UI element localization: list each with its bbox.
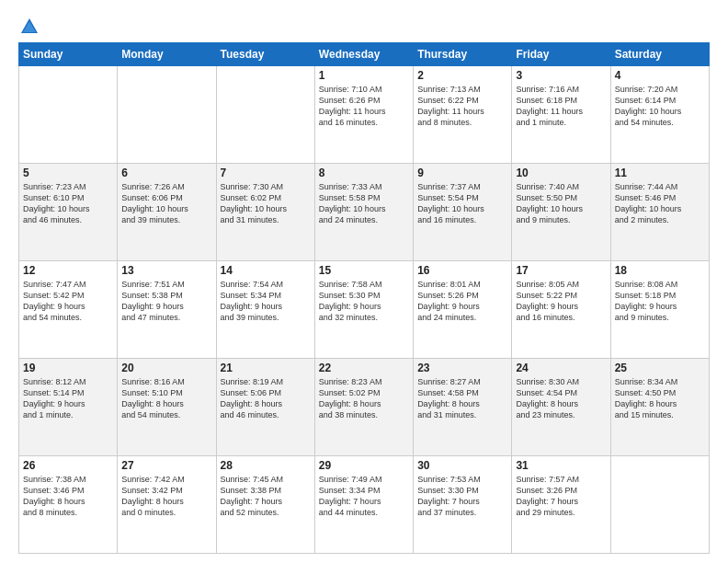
day-number: 26 xyxy=(23,459,113,472)
day-number: 18 xyxy=(615,264,705,277)
day-cell: 5Sunrise: 7:23 AM Sunset: 6:10 PM Daylig… xyxy=(19,164,118,261)
day-number: 3 xyxy=(516,69,606,82)
day-info: Sunrise: 8:23 AM Sunset: 5:02 PM Dayligh… xyxy=(319,376,409,421)
day-number: 7 xyxy=(221,167,311,179)
day-number: 1 xyxy=(319,69,409,82)
day-number: 20 xyxy=(121,362,211,374)
day-cell: 20Sunrise: 8:16 AM Sunset: 5:10 PM Dayli… xyxy=(118,359,216,456)
day-info: Sunrise: 8:12 AM Sunset: 5:14 PM Dayligh… xyxy=(23,376,113,421)
header-cell-wednesday: Wednesday xyxy=(314,43,413,66)
day-cell: 16Sunrise: 8:01 AM Sunset: 5:26 PM Dayli… xyxy=(414,261,512,359)
day-info: Sunrise: 8:05 AM Sunset: 5:22 PM Dayligh… xyxy=(516,279,606,324)
day-cell: 31Sunrise: 7:57 AM Sunset: 3:26 PM Dayli… xyxy=(512,456,610,554)
day-info: Sunrise: 8:34 AM Sunset: 4:50 PM Dayligh… xyxy=(615,376,705,421)
header-cell-friday: Friday xyxy=(512,43,610,66)
day-info: Sunrise: 7:38 AM Sunset: 3:46 PM Dayligh… xyxy=(23,474,113,519)
day-cell: 15Sunrise: 7:58 AM Sunset: 5:30 PM Dayli… xyxy=(314,261,413,359)
header-cell-tuesday: Tuesday xyxy=(216,43,314,66)
day-number: 22 xyxy=(319,362,409,374)
day-cell: 4Sunrise: 7:20 AM Sunset: 6:14 PM Daylig… xyxy=(610,66,709,164)
day-number: 27 xyxy=(121,459,211,472)
calendar-header: SundayMondayTuesdayWednesdayThursdayFrid… xyxy=(19,43,710,66)
day-cell xyxy=(216,66,314,164)
header-cell-thursday: Thursday xyxy=(414,43,512,66)
day-info: Sunrise: 7:30 AM Sunset: 6:02 PM Dayligh… xyxy=(221,181,311,226)
day-info: Sunrise: 7:42 AM Sunset: 3:42 PM Dayligh… xyxy=(121,474,211,519)
week-row-3: 19Sunrise: 8:12 AM Sunset: 5:14 PM Dayli… xyxy=(19,359,710,456)
header-cell-sunday: Sunday xyxy=(19,43,118,66)
day-number: 5 xyxy=(23,167,113,179)
day-info: Sunrise: 8:27 AM Sunset: 4:58 PM Dayligh… xyxy=(417,376,507,421)
day-number: 21 xyxy=(221,362,311,374)
day-cell: 1Sunrise: 7:10 AM Sunset: 6:26 PM Daylig… xyxy=(314,66,413,164)
day-cell: 26Sunrise: 7:38 AM Sunset: 3:46 PM Dayli… xyxy=(19,456,118,554)
day-number: 16 xyxy=(417,264,507,277)
day-number: 2 xyxy=(417,69,507,82)
header xyxy=(18,17,710,33)
day-cell: 29Sunrise: 7:49 AM Sunset: 3:34 PM Dayli… xyxy=(314,456,413,554)
day-info: Sunrise: 7:47 AM Sunset: 5:42 PM Dayligh… xyxy=(23,279,113,324)
day-number: 10 xyxy=(516,167,606,179)
day-number: 13 xyxy=(121,264,211,277)
day-info: Sunrise: 7:33 AM Sunset: 5:58 PM Dayligh… xyxy=(319,181,409,226)
day-info: Sunrise: 8:30 AM Sunset: 4:54 PM Dayligh… xyxy=(516,376,606,421)
day-cell: 6Sunrise: 7:26 AM Sunset: 6:06 PM Daylig… xyxy=(118,164,216,261)
day-info: Sunrise: 7:26 AM Sunset: 6:06 PM Dayligh… xyxy=(121,181,211,226)
week-row-4: 26Sunrise: 7:38 AM Sunset: 3:46 PM Dayli… xyxy=(19,456,710,554)
day-number: 24 xyxy=(516,362,606,374)
day-info: Sunrise: 7:54 AM Sunset: 5:34 PM Dayligh… xyxy=(221,279,311,324)
day-cell: 8Sunrise: 7:33 AM Sunset: 5:58 PM Daylig… xyxy=(314,164,413,261)
day-info: Sunrise: 8:19 AM Sunset: 5:06 PM Dayligh… xyxy=(221,376,311,421)
day-info: Sunrise: 7:37 AM Sunset: 5:54 PM Dayligh… xyxy=(417,181,507,226)
day-number: 14 xyxy=(221,264,311,277)
day-cell: 30Sunrise: 7:53 AM Sunset: 3:30 PM Dayli… xyxy=(414,456,512,554)
day-info: Sunrise: 7:23 AM Sunset: 6:10 PM Dayligh… xyxy=(23,181,113,226)
day-number: 19 xyxy=(23,362,113,374)
day-info: Sunrise: 7:57 AM Sunset: 3:26 PM Dayligh… xyxy=(516,474,606,519)
day-info: Sunrise: 7:40 AM Sunset: 5:50 PM Dayligh… xyxy=(516,181,606,226)
day-number: 17 xyxy=(516,264,606,277)
day-cell: 28Sunrise: 7:45 AM Sunset: 3:38 PM Dayli… xyxy=(216,456,314,554)
day-info: Sunrise: 7:16 AM Sunset: 6:18 PM Dayligh… xyxy=(516,84,606,129)
day-cell: 14Sunrise: 7:54 AM Sunset: 5:34 PM Dayli… xyxy=(216,261,314,359)
day-number: 4 xyxy=(615,69,705,82)
day-cell xyxy=(19,66,118,164)
day-info: Sunrise: 7:49 AM Sunset: 3:34 PM Dayligh… xyxy=(319,474,409,519)
calendar-body: 1Sunrise: 7:10 AM Sunset: 6:26 PM Daylig… xyxy=(19,66,710,554)
day-number: 25 xyxy=(615,362,705,374)
day-cell: 17Sunrise: 8:05 AM Sunset: 5:22 PM Dayli… xyxy=(512,261,610,359)
week-row-0: 1Sunrise: 7:10 AM Sunset: 6:26 PM Daylig… xyxy=(19,66,710,164)
day-cell: 10Sunrise: 7:40 AM Sunset: 5:50 PM Dayli… xyxy=(512,164,610,261)
day-cell: 12Sunrise: 7:47 AM Sunset: 5:42 PM Dayli… xyxy=(19,261,118,359)
day-info: Sunrise: 7:51 AM Sunset: 5:38 PM Dayligh… xyxy=(121,279,211,324)
day-cell: 19Sunrise: 8:12 AM Sunset: 5:14 PM Dayli… xyxy=(19,359,118,456)
day-cell: 9Sunrise: 7:37 AM Sunset: 5:54 PM Daylig… xyxy=(414,164,512,261)
day-number: 9 xyxy=(417,167,507,179)
day-cell: 21Sunrise: 8:19 AM Sunset: 5:06 PM Dayli… xyxy=(216,359,314,456)
day-number: 8 xyxy=(319,167,409,179)
week-row-1: 5Sunrise: 7:23 AM Sunset: 6:10 PM Daylig… xyxy=(19,164,710,261)
day-cell: 27Sunrise: 7:42 AM Sunset: 3:42 PM Dayli… xyxy=(118,456,216,554)
logo-icon xyxy=(19,17,40,37)
day-cell: 22Sunrise: 8:23 AM Sunset: 5:02 PM Dayli… xyxy=(314,359,413,456)
logo-text xyxy=(18,17,40,33)
day-cell xyxy=(610,456,709,554)
day-number: 12 xyxy=(23,264,113,277)
day-cell: 25Sunrise: 8:34 AM Sunset: 4:50 PM Dayli… xyxy=(610,359,709,456)
logo xyxy=(18,17,40,33)
day-number: 23 xyxy=(417,362,507,374)
day-cell: 3Sunrise: 7:16 AM Sunset: 6:18 PM Daylig… xyxy=(512,66,610,164)
day-info: Sunrise: 7:45 AM Sunset: 3:38 PM Dayligh… xyxy=(221,474,311,519)
day-info: Sunrise: 7:53 AM Sunset: 3:30 PM Dayligh… xyxy=(417,474,507,519)
week-row-2: 12Sunrise: 7:47 AM Sunset: 5:42 PM Dayli… xyxy=(19,261,710,359)
day-info: Sunrise: 8:16 AM Sunset: 5:10 PM Dayligh… xyxy=(121,376,211,421)
day-cell: 11Sunrise: 7:44 AM Sunset: 5:46 PM Dayli… xyxy=(610,164,709,261)
day-cell: 2Sunrise: 7:13 AM Sunset: 6:22 PM Daylig… xyxy=(414,66,512,164)
day-cell: 18Sunrise: 8:08 AM Sunset: 5:18 PM Dayli… xyxy=(610,261,709,359)
day-info: Sunrise: 8:01 AM Sunset: 5:26 PM Dayligh… xyxy=(417,279,507,324)
day-cell: 13Sunrise: 7:51 AM Sunset: 5:38 PM Dayli… xyxy=(118,261,216,359)
day-cell: 24Sunrise: 8:30 AM Sunset: 4:54 PM Dayli… xyxy=(512,359,610,456)
day-number: 11 xyxy=(615,167,705,179)
calendar-table: SundayMondayTuesdayWednesdayThursdayFrid… xyxy=(18,42,710,554)
day-info: Sunrise: 7:20 AM Sunset: 6:14 PM Dayligh… xyxy=(615,84,705,129)
